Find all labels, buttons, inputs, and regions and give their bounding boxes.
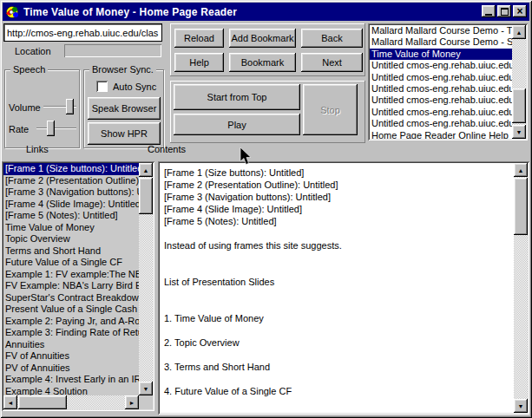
links-list-item[interactable]: Future Value of a Single CF — [3, 257, 139, 269]
links-list-item[interactable]: Annuities — [3, 339, 139, 351]
title-bar[interactable]: Time Value of Money - Home Page Reader × — [3, 3, 529, 21]
history-list-item[interactable]: Untitled cmos-eng.rehab.uiuc.edu — [370, 95, 512, 106]
links-vscrollbar[interactable]: ▲ ▼ — [139, 163, 153, 395]
contents-scroll-up-icon[interactable]: ▲ — [514, 163, 528, 177]
contents-scrollbar-thumb[interactable] — [514, 178, 528, 235]
contents-line — [162, 349, 514, 361]
links-list-item[interactable]: PV of Annuities — [3, 362, 139, 375]
speech-group: Speech Volume Rate — [4, 69, 80, 148]
rate-slider-track[interactable] — [36, 127, 76, 129]
links-list-item[interactable]: Example 3: Finding Rate of Return — [3, 327, 139, 339]
play-button[interactable]: Play — [174, 114, 300, 135]
history-list-item[interactable]: Untitled cmos-eng.rehab.uiuc.edu — [370, 60, 512, 71]
close-icon: × — [516, 7, 522, 16]
history-list-item[interactable]: Mallard Mallard Course Demo - Ti — [370, 25, 512, 36]
history-list-item[interactable]: Untitled cmos-eng.rehab.uiuc.edu — [370, 107, 512, 118]
auto-sync-label: Auto Sync — [113, 82, 156, 92]
speech-group-label: Speech — [10, 64, 48, 75]
volume-label: Volume — [9, 102, 41, 113]
app-window: Time Value of Money - Home Page Reader ×… — [0, 0, 532, 418]
stop-button[interactable]: Stop — [303, 84, 358, 135]
links-list-item[interactable]: [Frame 1 (Size buttons): Untitled] — [3, 163, 139, 175]
links-list-item[interactable]: Example 4 Solution — [3, 386, 139, 396]
maximize-button[interactable] — [497, 5, 511, 17]
contents-label: Contents — [148, 144, 186, 154]
links-list-item[interactable]: Time Value of Money — [3, 222, 139, 234]
history-scrollbar[interactable]: ▲ ▼ — [512, 25, 526, 139]
links-list-item[interactable]: Example 4: Invest Early in an IRA — [3, 374, 139, 386]
auto-sync-checkbox[interactable] — [96, 81, 108, 92]
url-input[interactable] — [3, 23, 162, 42]
next-button[interactable]: Next — [301, 53, 363, 72]
links-list-item[interactable]: Terms and Short Hand — [3, 245, 139, 258]
rate-label: Rate — [9, 124, 29, 134]
links-scroll-right-icon[interactable]: ► — [125, 395, 139, 409]
history-list-item[interactable]: Time Value of Money — [370, 49, 512, 60]
show-hpr-button[interactable]: Show HPR — [88, 122, 161, 145]
rate-slider[interactable] — [36, 121, 76, 136]
contents-line — [162, 373, 514, 385]
history-scrollbar-thumb[interactable] — [512, 88, 526, 123]
bookmark-button[interactable]: Bookmark — [229, 53, 296, 72]
links-list-item[interactable]: Present Value of a Single Cash F — [3, 304, 139, 316]
contents-scroll-down-icon[interactable]: ▼ — [514, 399, 528, 413]
links-list-item[interactable]: [Frame 4 (Slide Image): Untitled] — [3, 199, 139, 211]
links-hscrollbar-thumb[interactable] — [18, 395, 67, 409]
contents-scrollbar[interactable]: ▲ ▼ — [514, 163, 528, 413]
minimize-button[interactable] — [482, 5, 496, 17]
rate-slider-thumb[interactable] — [47, 121, 55, 136]
speak-browser-button[interactable]: Speak Browser — [88, 97, 161, 120]
volume-slider[interactable] — [43, 99, 76, 114]
links-list-item[interactable]: FV Example: NBA's Larry Bird Ex — [3, 280, 139, 292]
contents-line: [Frame 3 (Navigation buttons): Untitled] — [162, 191, 514, 203]
help-button[interactable]: Help — [174, 53, 224, 72]
links-list-item[interactable]: [Frame 3 (Navigation buttons): Untitled] — [3, 186, 139, 199]
links-list-item[interactable]: Topic Overview — [3, 233, 139, 245]
links-list-item[interactable]: FV of Annuities — [3, 350, 139, 362]
history-listbox: Mallard Mallard Course Demo - TiMallard … — [368, 23, 528, 140]
contents-line: 3. Terms and Short Hand — [162, 361, 514, 373]
reload-button[interactable]: Reload — [174, 29, 224, 48]
contents-line — [162, 324, 514, 336]
contents-line — [162, 227, 514, 239]
history-scroll-up-icon[interactable]: ▲ — [512, 25, 526, 39]
links-list-item[interactable]: SuperStar's Contract Breakdown — [3, 292, 139, 304]
browser-sync-group: Browser Sync. Auto Sync Speak Browser Sh… — [83, 69, 164, 148]
links-hscrollbar[interactable]: ◄ ► — [3, 395, 139, 409]
contents-line: 4. Future Value of a Single CF — [162, 385, 514, 397]
contents-line: [Frame 4 (Slide Image): Untitled] — [162, 203, 514, 215]
history-rows: Mallard Mallard Course Demo - TiMallard … — [370, 25, 512, 139]
volume-slider-thumb[interactable] — [66, 99, 74, 114]
app-icon — [5, 5, 19, 19]
links-scroll-up-icon[interactable]: ▲ — [139, 163, 153, 177]
contents-line: Instead of using frames this site sugges… — [162, 239, 514, 251]
contents-line — [162, 288, 514, 300]
links-scroll-left-icon[interactable]: ◄ — [3, 395, 17, 409]
contents-line: [Frame 2 (Presentation Outline): Untitle… — [162, 179, 514, 191]
contents-panel: [Frame 1 (Size buttons): Untitled][Frame… — [158, 161, 529, 415]
history-list-item[interactable]: Untitled cmos-eng.rehab.uiuc.edu — [370, 83, 512, 95]
history-list-item[interactable]: Untitled cmos-eng.rehab.uiuc.edu — [370, 118, 512, 129]
links-scroll-down-icon[interactable]: ▼ — [139, 382, 153, 395]
start-from-top-button[interactable]: Start from Top — [174, 84, 300, 110]
location-field — [64, 44, 161, 57]
close-button[interactable]: × — [513, 5, 527, 17]
history-scroll-down-icon[interactable]: ▼ — [512, 125, 526, 139]
links-label: Links — [26, 144, 49, 154]
history-list-item[interactable]: Untitled cmos-eng.rehab.uiuc.edu — [370, 72, 512, 83]
links-list-item[interactable]: Example 2: Paying Jr, and A-Rod — [3, 316, 139, 328]
links-list-item[interactable]: [Frame 2 (Presentation Outline): Untitle… — [3, 175, 139, 187]
contents-line — [162, 300, 514, 312]
contents-line: 2. Topic Overview — [162, 336, 514, 349]
maximize-icon — [501, 8, 509, 16]
links-vscrollbar-thumb[interactable] — [139, 178, 153, 214]
links-list-item[interactable]: Example 1: FV example:The NBA — [3, 269, 139, 281]
links-list-item[interactable]: [Frame 5 (Notes): Untitled] — [3, 210, 139, 222]
add-bookmark-button[interactable]: Add Bookmark — [229, 29, 296, 48]
history-list-item[interactable]: Home Page Reader Online Help — [370, 130, 512, 139]
location-label: Location — [15, 46, 51, 56]
contents-line: 1. Time Value of Money — [162, 312, 514, 324]
contents-line: [Frame 1 (Size buttons): Untitled] — [162, 167, 514, 179]
history-list-item[interactable]: Mallard Mallard Course Demo - St — [370, 36, 512, 48]
back-button[interactable]: Back — [301, 29, 363, 48]
